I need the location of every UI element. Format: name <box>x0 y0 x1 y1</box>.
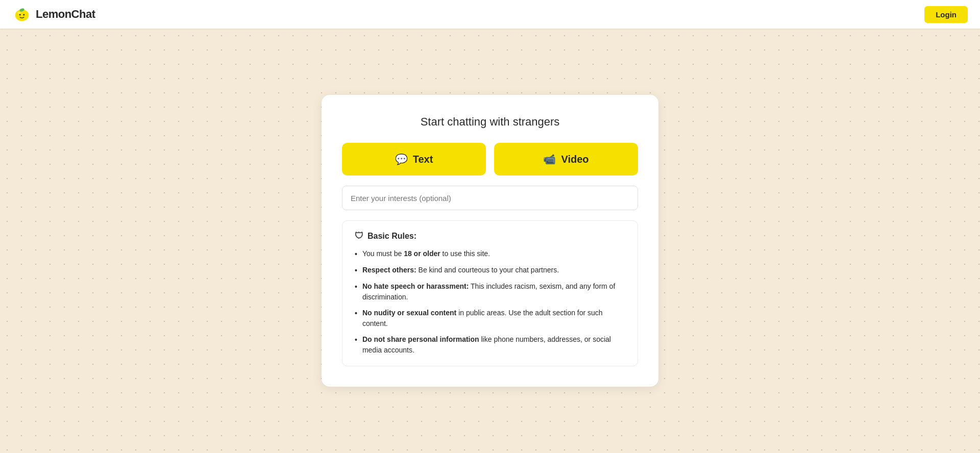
rules-section: 🛡 Basic Rules: You must be 18 or older t… <box>342 220 638 366</box>
chat-mode-buttons: 💬 Text 📹 Video <box>342 143 638 175</box>
video-button-label: Video <box>561 154 589 165</box>
header: LemonChat Login <box>0 0 980 29</box>
rules-title-text: Basic Rules: <box>368 232 416 241</box>
rules-title: 🛡 Basic Rules: <box>355 231 625 241</box>
list-item: No nudity or sexual content in public ar… <box>355 308 625 329</box>
rules-list: You must be 18 or older to use this site… <box>355 248 625 356</box>
logo-text: LemonChat <box>36 8 95 21</box>
chat-card: Start chatting with strangers 💬 Text 📹 V… <box>322 95 658 387</box>
video-chat-button[interactable]: 📹 Video <box>494 143 638 175</box>
rule-text-2: Respect others: Be kind and courteous to… <box>362 265 559 275</box>
svg-point-4 <box>23 14 24 16</box>
logo-icon <box>12 5 32 24</box>
svg-point-3 <box>19 14 21 16</box>
card-title: Start chatting with strangers <box>342 115 638 129</box>
video-icon: 📹 <box>543 153 556 165</box>
svg-point-5 <box>17 12 20 14</box>
chat-icon: 💬 <box>395 153 408 165</box>
login-button[interactable]: Login <box>924 6 968 23</box>
text-button-label: Text <box>413 154 433 165</box>
rule-text-3: No hate speech or harassment: This inclu… <box>362 281 625 303</box>
main-content: Start chatting with strangers 💬 Text 📹 V… <box>0 29 980 453</box>
list-item: Do not share personal information like p… <box>355 334 625 356</box>
text-chat-button[interactable]: 💬 Text <box>342 143 486 175</box>
logo-area: LemonChat <box>12 5 95 24</box>
list-item: Respect others: Be kind and courteous to… <box>355 265 625 276</box>
list-item: No hate speech or harassment: This inclu… <box>355 281 625 303</box>
interests-input[interactable] <box>342 186 638 210</box>
shield-icon: 🛡 <box>355 231 363 241</box>
rule-text-5: Do not share personal information like p… <box>362 334 625 356</box>
rule-text-4: No nudity or sexual content in public ar… <box>362 308 625 329</box>
list-item: You must be 18 or older to use this site… <box>355 248 625 260</box>
rule-text-1: You must be 18 or older to use this site… <box>362 248 490 259</box>
